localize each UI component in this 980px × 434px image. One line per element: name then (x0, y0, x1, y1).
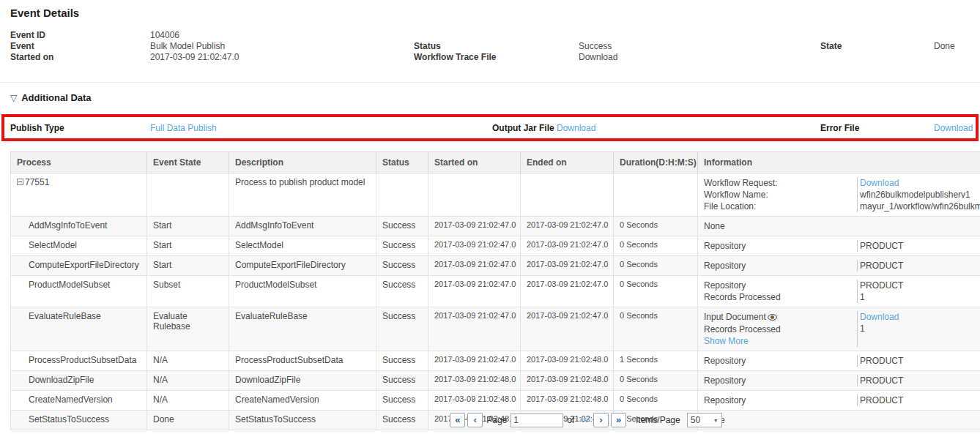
next-page-button[interactable]: › (593, 413, 609, 427)
started-on-cell: 2017-03-09 21:02:48.0 (428, 391, 521, 411)
ended-on-cell: 2017-03-09 21:02:47.0 (521, 217, 614, 236)
show-more-link[interactable]: Show More (704, 336, 749, 346)
info-label: Workflow Name: (704, 190, 768, 200)
duration-cell: 0 Seconds (614, 276, 698, 307)
process-cell: ComputeExportFileDirectory (11, 256, 147, 276)
event-state-cell (147, 173, 229, 217)
duration-cell: 0 Seconds (614, 256, 698, 276)
column-header-ended-on: Ended on (521, 152, 614, 173)
download-link[interactable]: Download (860, 312, 899, 322)
info-value: PRODUCT (860, 395, 903, 405)
process-name: ProductModelSubset (29, 280, 110, 290)
information-cell: RepositoryPRODUCT (698, 236, 980, 256)
items-per-page-select[interactable]: 50 ▼ (687, 413, 722, 427)
started-on-cell: 2017-03-09 21:02:47.0 (428, 307, 521, 351)
event-state-cell: N/A (147, 391, 229, 411)
publish-type-label: Publish Type (10, 123, 64, 133)
info-label: None (704, 221, 725, 231)
duration-cell: 0 Seconds (614, 307, 698, 351)
event-state-cell: Subset (147, 276, 229, 307)
process-cell: ProcessProductSubsetData (11, 351, 147, 371)
event-id-label: Event ID (10, 30, 45, 41)
ended-on-cell: 2017-03-09 21:02:47.0 (521, 236, 614, 256)
process-name: ProcessProductSubsetData (29, 355, 136, 365)
column-header-event-state: Event State (147, 152, 229, 173)
duration-cell: 0 Seconds (614, 217, 698, 236)
event-id-value: 104006 (150, 30, 179, 41)
table-row: ProductModelSubsetSubsetProductModelSubs… (11, 276, 980, 307)
info-value: PRODUCT (860, 261, 903, 271)
column-header-started-on: Started on (428, 152, 521, 173)
output-jar-download-link[interactable]: Download (557, 123, 595, 133)
workflow-trace-download-link[interactable]: Download (579, 52, 617, 63)
status-cell: Success (376, 307, 428, 351)
process-cell: DownloadZipFile (11, 371, 147, 391)
ended-on-cell: 2017-03-09 21:02:48.0 (521, 371, 614, 391)
publish-type-link[interactable]: Full Data Publish (150, 123, 217, 133)
information-cell: RepositoryPRODUCT (698, 391, 980, 411)
process-name: AddMsgInfoToEvent (29, 220, 107, 231)
info-label: File Location: (704, 201, 756, 212)
event-state-cell: Start (147, 236, 229, 256)
additional-data-header[interactable]: ▽Additional Data (10, 92, 92, 103)
status-cell: Success (376, 276, 428, 307)
download-link[interactable]: Download (860, 178, 899, 188)
table-row: 77551Process to publish product modelWor… (11, 173, 980, 217)
ended-on-cell: 2017-03-09 21:02:48.0 (521, 391, 614, 411)
started-on-cell: 2017-03-09 21:02:47.0 (428, 236, 521, 256)
page-number-input[interactable] (511, 414, 563, 427)
workflow-trace-file-label: Workflow Trace File (414, 52, 496, 63)
process-cell: AddMsgInfoToEvent (11, 217, 147, 236)
items-per-page-value: 50 (691, 415, 700, 425)
page-title: Event Details (10, 7, 79, 19)
process-cell: CreateNamedVersion (11, 391, 147, 411)
last-page-button[interactable]: » (611, 413, 626, 427)
process-cell: 77551 (11, 173, 147, 217)
red-highlight-box: Publish Type Full Data Publish Output Ja… (1, 114, 979, 141)
info-value: mayur_1/workflow/wfin26bulkm (860, 201, 980, 212)
duration-cell: 0 Seconds (614, 236, 698, 256)
info-label: Repository (704, 241, 746, 251)
status-label: Status (414, 41, 441, 52)
process-name: ComputeExportFileDirectory (29, 260, 139, 270)
process-table-body: 77551Process to publish product modelWor… (11, 173, 980, 430)
info-value: PRODUCT (860, 356, 903, 366)
status-cell: Success (376, 217, 428, 236)
information-cell: Workflow Request:Workflow Name:File Loca… (698, 173, 980, 217)
process-cell: EvaluateRuleBase (11, 307, 147, 351)
info-value: wfin26bulkmodelpublisherv1 (860, 190, 970, 200)
info-value: 1 (860, 292, 865, 302)
event-state-cell: N/A (147, 351, 229, 371)
event-state-cell: Start (147, 256, 229, 276)
event-state-cell: N/A (147, 371, 229, 391)
description-cell: AddMsgInfoToEvent (229, 217, 376, 236)
process-name: SelectModel (29, 240, 77, 250)
description-cell: ProcessProductSubsetData (229, 351, 376, 371)
info-value: PRODUCT (860, 375, 903, 386)
info-value: PRODUCT (860, 280, 903, 291)
description-cell: CreateNamedVersion (229, 391, 376, 411)
items-per-page-label: Items/Page (636, 415, 680, 425)
ended-on-cell: 2017-03-09 21:02:47.0 (521, 256, 614, 276)
ended-on-cell: 2017-03-09 21:02:47.0 (521, 276, 614, 307)
eye-icon[interactable] (768, 313, 777, 323)
section-collapse-icon[interactable]: ▽ (10, 93, 17, 103)
started-on-cell: 2017-03-09 21:02:47.0 (428, 276, 521, 307)
description-cell: Process to publish product model (229, 173, 376, 217)
state-label: State (820, 41, 842, 52)
started-on-cell: 2017-03-09 21:02:48.0 (428, 371, 521, 391)
status-cell: Success (376, 371, 428, 391)
page-label: Page (486, 415, 507, 425)
previous-page-button[interactable]: ‹ (467, 413, 483, 427)
started-on-cell (428, 173, 521, 217)
error-file-download-link[interactable]: Download (934, 123, 973, 133)
ended-on-cell: 2017-03-09 21:02:47.0 (521, 307, 614, 351)
column-header-status: Status (376, 152, 428, 173)
event-state-cell: Evaluate Rulebase (147, 307, 229, 351)
description-cell: SelectModel (229, 236, 376, 256)
column-header-information: Information (698, 152, 980, 173)
first-page-button[interactable]: « (450, 413, 465, 427)
chevron-down-icon: ▼ (713, 418, 719, 423)
column-header-process: Process (11, 152, 147, 173)
collapse-row-icon[interactable] (17, 179, 23, 185)
